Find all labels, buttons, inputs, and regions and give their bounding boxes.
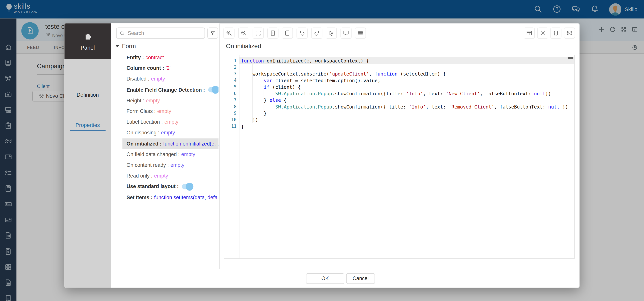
line-numbers: 1234567891011: [224, 58, 236, 130]
chevron-down-icon: [116, 45, 119, 48]
fit-screen-button[interactable]: [252, 28, 264, 39]
property-label: Read only :: [126, 173, 152, 179]
property-label: Set Items :: [126, 194, 152, 200]
code-line-7[interactable]: } else {: [241, 97, 568, 104]
property-label: Disabled :: [126, 76, 149, 82]
tab-properties[interactable]: Properties: [64, 122, 111, 128]
editor-title: On initialized: [226, 42, 261, 49]
search-icon: [120, 30, 125, 36]
property-row-height[interactable]: Height :empty: [122, 95, 218, 106]
scrollbar-thumb[interactable]: [568, 57, 573, 59]
property-value: '2': [166, 66, 170, 71]
code-braces-button[interactable]: [550, 28, 562, 39]
add-row-button[interactable]: [268, 28, 278, 39]
remove-row-button[interactable]: [282, 28, 293, 39]
property-value: empty: [170, 162, 184, 168]
line-number: 7: [224, 97, 236, 104]
property-row-disabled[interactable]: Disabled :empty: [122, 74, 218, 84]
zoom-in-button[interactable]: [224, 28, 234, 39]
panel-properties-dialog: Panel Definition Properties Form Entity …: [64, 24, 580, 288]
tab-definition[interactable]: Definition: [64, 92, 111, 98]
code-line-2[interactable]: [241, 64, 568, 70]
screen: skills WORKFLOW Skilio teste cad Novo C: [0, 0, 644, 301]
property-row-enable-field-change-detection[interactable]: Enable Field Change Detection :: [122, 84, 218, 95]
maximize-button[interactable]: [564, 28, 575, 39]
code-content[interactable]: function onInitialized(e, workspaceConte…: [241, 58, 568, 130]
property-row-entity[interactable]: Entity :contract: [122, 52, 218, 63]
property-row-column-count[interactable]: Column count :'2': [122, 63, 218, 74]
panel-divider: [219, 24, 220, 269]
search-input[interactable]: [116, 28, 205, 39]
property-label: Column count :: [126, 66, 164, 71]
property-row-read-only[interactable]: Read only :empty: [122, 171, 218, 181]
line-number: 6: [224, 90, 236, 97]
filter-button[interactable]: [208, 28, 218, 39]
property-row-on-field-data-changed[interactable]: On field data changed :empty: [122, 149, 218, 160]
property-value: function setItems(data, defa…: [154, 194, 218, 200]
table-layout-button[interactable]: [524, 28, 535, 39]
pointer-button[interactable]: [326, 28, 337, 39]
property-label: Enable Field Change Detection :: [126, 87, 205, 92]
line-number: 1: [224, 58, 236, 64]
property-label: Form Class :: [126, 108, 156, 114]
menu-button[interactable]: [355, 28, 366, 39]
property-label: On disposing :: [126, 130, 159, 136]
line-number: 3: [224, 71, 236, 77]
panel-title: Panel: [64, 45, 111, 51]
property-value: empty: [164, 119, 178, 125]
property-value: empty: [157, 108, 171, 114]
enable-field-change-detection-toggle[interactable]: [208, 87, 218, 92]
property-row-on-disposing[interactable]: On disposing :empty: [122, 128, 218, 138]
code-line-8[interactable]: SW.Application.Popup.showConfirmation({ …: [241, 104, 568, 110]
property-value: empty: [181, 152, 195, 157]
property-row-set-items[interactable]: Set Items :function setItems(data, defa…: [122, 192, 218, 203]
active-tab-indicator: [70, 130, 106, 130]
dialog-side-tabs: Panel Definition Properties: [64, 24, 111, 288]
line-number: 11: [224, 123, 236, 130]
ok-button[interactable]: OK: [306, 273, 344, 284]
property-label: Height :: [126, 98, 144, 104]
property-value: empty: [151, 76, 165, 82]
property-value: empty: [161, 130, 175, 136]
property-row-use-standard-layout[interactable]: Use standard layout :: [122, 181, 218, 192]
property-value: empty: [146, 98, 160, 104]
panel-header: Panel: [64, 24, 111, 59]
property-label: On initialized :: [126, 141, 162, 146]
code-line-9[interactable]: }: [241, 110, 568, 116]
close-button[interactable]: [537, 28, 548, 39]
zoom-out-button[interactable]: [238, 28, 249, 39]
property-row-on-content-ready[interactable]: On content ready :empty: [122, 160, 218, 171]
line-number: 2: [224, 64, 236, 70]
code-line-3[interactable]: workspaceContext.subscribe('updateClient…: [241, 71, 568, 77]
property-label: Entity :: [126, 55, 144, 60]
property-row-label-location[interactable]: Label Location :empty: [122, 117, 218, 128]
property-value: function onInitialized(e, …: [163, 141, 218, 146]
properties-panel: Form Entity :contractColumn count :'2'Di…: [111, 24, 220, 288]
line-number: 8: [224, 104, 236, 110]
code-line-6[interactable]: SW.Application.Popup.showConfirmation({t…: [241, 90, 568, 97]
property-label: On field data changed :: [126, 152, 180, 157]
use-standard-layout-toggle[interactable]: [182, 184, 193, 190]
property-row-form-class[interactable]: Form Class :empty: [122, 106, 218, 117]
code-editor[interactable]: 1234567891011 function onInitialized(e, …: [224, 55, 574, 259]
code-line-5[interactable]: if (client) {: [241, 84, 568, 90]
line-number: 9: [224, 110, 236, 116]
redo-button[interactable]: [311, 28, 322, 39]
property-value: empty: [154, 173, 168, 179]
comment-button[interactable]: [340, 28, 352, 39]
line-number: 10: [224, 117, 236, 123]
cancel-button[interactable]: Cancel: [346, 273, 375, 284]
line-number: 4: [224, 77, 236, 84]
property-label: On content ready :: [126, 162, 169, 168]
form-group-header[interactable]: Form: [116, 43, 136, 49]
form-group-label: Form: [122, 43, 136, 49]
undo-button[interactable]: [296, 28, 308, 39]
property-label: Label Location :: [126, 119, 163, 125]
code-line-11[interactable]: }: [241, 123, 568, 130]
code-line-4[interactable]: var client = selectedItem.option().value…: [241, 77, 568, 84]
property-value: contract: [146, 55, 164, 60]
code-line-10[interactable]: }): [241, 117, 568, 123]
property-row-on-initialized[interactable]: On initialized :function onInitialized(e…: [122, 138, 218, 149]
code-line-1[interactable]: function onInitialized(e, workspaceConte…: [241, 58, 568, 64]
gutter-divider: [239, 55, 240, 258]
